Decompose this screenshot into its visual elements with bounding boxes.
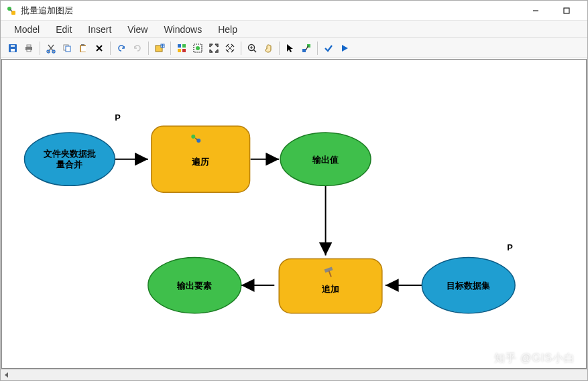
toolbar-separator [40, 42, 40, 55]
connect-icon[interactable] [298, 40, 314, 56]
node-output-feature[interactable]: 输出要素 [148, 257, 241, 313]
paste-icon[interactable] [75, 40, 91, 56]
menu-windows[interactable]: Windows [157, 22, 209, 37]
node-label: 文件夹数据批 [43, 149, 96, 159]
redo-icon[interactable] [129, 40, 145, 56]
menu-bar: Model Edit Insert View Windows Help [1, 21, 587, 38]
save-icon[interactable] [5, 40, 21, 56]
model-canvas[interactable]: 文件夹数据批 量合并 P 遍历 输出值 [1, 59, 587, 369]
node-target-dataset[interactable]: 目标数据集 [422, 257, 515, 313]
delete-icon[interactable] [91, 40, 107, 56]
window-controls [520, 1, 582, 21]
menu-view[interactable]: View [121, 22, 154, 37]
horizontal-scrollbar[interactable] [1, 369, 587, 380]
svg-rect-13 [66, 46, 70, 52]
app-icon [6, 5, 17, 16]
fixed-zoom-out-icon[interactable] [222, 40, 238, 56]
toolbar-separator [241, 42, 241, 55]
run-icon[interactable] [337, 40, 353, 56]
svg-rect-19 [178, 44, 181, 48]
parameter-flag: P [507, 242, 513, 252]
toolbar-separator [317, 42, 318, 55]
node-iterate[interactable]: 遍历 [152, 126, 250, 192]
svg-rect-9 [27, 50, 31, 52]
svg-rect-20 [182, 44, 186, 48]
print-icon[interactable] [21, 40, 37, 56]
node-label: 目标数据集 [447, 281, 490, 291]
node-output-value[interactable]: 输出值 [280, 133, 371, 185]
copy-icon[interactable] [59, 40, 75, 56]
parameter-flag: P [115, 112, 121, 123]
app-window: 批量追加图层 Model Edit Insert View Windows He… [0, 0, 588, 381]
toolbar-separator [170, 42, 171, 55]
svg-rect-3 [564, 8, 569, 13]
validate-icon[interactable] [320, 40, 337, 56]
menu-edit[interactable]: Edit [49, 22, 78, 37]
zoom-in-icon[interactable] [244, 40, 260, 56]
minimize-button[interactable] [520, 1, 551, 21]
svg-point-31 [196, 139, 200, 143]
add-data-icon[interactable] [152, 40, 168, 56]
maximize-button[interactable] [551, 1, 582, 21]
svg-rect-8 [27, 45, 31, 47]
node-append[interactable]: 追加 [279, 258, 382, 313]
svg-rect-5 [11, 49, 15, 52]
scroll-left-icon[interactable] [1, 370, 12, 381]
svg-rect-15 [81, 46, 86, 52]
full-extent-icon[interactable] [190, 40, 206, 56]
svg-rect-6 [11, 45, 15, 47]
svg-rect-22 [182, 49, 186, 52]
node-label: 输出值 [312, 155, 339, 165]
select-icon[interactable] [282, 40, 298, 56]
toolbar-separator [279, 42, 280, 55]
svg-rect-16 [81, 44, 84, 46]
toolbar-separator [110, 42, 111, 55]
svg-rect-26 [302, 49, 306, 52]
node-label: 追加 [321, 284, 339, 294]
window-title: 批量追加图层 [21, 5, 520, 17]
undo-icon[interactable] [113, 40, 129, 56]
node-label: 遍历 [191, 157, 209, 167]
toolbar [1, 38, 587, 58]
toolbar-separator [148, 42, 149, 55]
cut-icon[interactable] [43, 40, 59, 56]
menu-help[interactable]: Help [211, 22, 244, 37]
title-bar: 批量追加图层 [1, 1, 587, 21]
node-label: 输出要素 [176, 281, 212, 291]
svg-point-30 [191, 135, 195, 139]
pan-icon[interactable] [260, 40, 276, 56]
menu-model[interactable]: Model [7, 22, 46, 37]
fixed-zoom-in-icon[interactable] [206, 40, 222, 56]
menu-insert[interactable]: Insert [81, 22, 118, 37]
node-label: 量合并 [56, 159, 82, 169]
svg-point-24 [196, 46, 200, 50]
auto-layout-icon[interactable] [174, 40, 190, 56]
node-source-data[interactable]: 文件夹数据批 量合并 [24, 133, 115, 185]
svg-rect-21 [178, 49, 181, 52]
